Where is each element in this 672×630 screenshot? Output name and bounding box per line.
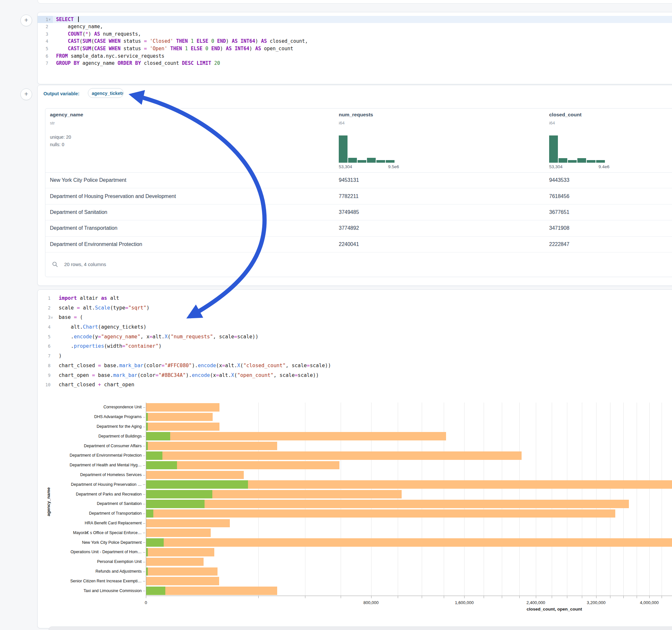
line-number: 8	[38, 361, 53, 371]
line-number: 6	[38, 52, 53, 60]
line-number: 7	[38, 59, 53, 67]
table-cell: 2222847	[549, 241, 569, 247]
line-number: 4	[38, 38, 53, 45]
code-line[interactable]: .encode(y="agency_name", x=alt.X("num_re…	[59, 332, 672, 342]
add-cell-button-output[interactable]: +	[20, 89, 32, 100]
histogram-range: 53,3049.4e6	[549, 164, 609, 169]
sql-cell[interactable]: 1∨234567 SELECT agency_name, COUNT(*) AS…	[37, 12, 672, 84]
collapse-chevron-icon[interactable]: ∨	[49, 16, 51, 23]
table-row[interactable]: New York City Police Department945313194…	[45, 172, 672, 188]
line-number: 2	[38, 303, 53, 313]
sql-code-editor[interactable]: SELECT agency_name, COUNT(*) AS num_requ…	[56, 16, 672, 67]
column-histogram	[549, 136, 605, 163]
code-line[interactable]: import altair as alt	[59, 294, 672, 303]
code-line[interactable]: alt.Chart(agency_tickets)	[59, 322, 672, 332]
code-line[interactable]: GROUP BY agency_name ORDER BY closed_cou…	[56, 59, 672, 67]
table-cell: 3677651	[549, 209, 569, 215]
table-row[interactable]: Department of Housing Preservation and D…	[45, 188, 672, 204]
table-row[interactable]: Department of Transportation377489234719…	[45, 220, 672, 236]
table-footer: 20 rows, 4 columns	[45, 252, 672, 276]
column-stats: unique: 20nulls: 0	[50, 134, 71, 148]
table-cell: 9443533	[549, 177, 569, 183]
code-line[interactable]: )	[59, 351, 672, 361]
table-cell: 3471908	[549, 225, 569, 231]
text-cursor	[78, 17, 79, 22]
table-row[interactable]: Department of Environmental Protection22…	[45, 237, 672, 252]
column-name: num_requests	[339, 112, 373, 118]
line-number: 9	[38, 371, 53, 381]
table-cell: New York City Police Department	[50, 177, 126, 183]
table-cell: Department of Environmental Protection	[50, 241, 142, 247]
python-code-editor[interactable]: import altair as altscale = alt.Scale(ty…	[59, 294, 672, 390]
python-line-numbers: 123∨45678910	[38, 294, 53, 390]
output-variable-name: agency_tickets	[92, 91, 123, 96]
collapse-chevron-icon[interactable]: ∨	[51, 313, 53, 322]
table-cell: Department of Transportation	[50, 225, 117, 231]
code-line[interactable]: COUNT(*) AS num_requests,	[56, 30, 672, 38]
column-header-num_requests[interactable]: num_requestsi6453,3049.5e6	[339, 108, 533, 172]
table-cell: 7782211	[339, 193, 359, 199]
code-line[interactable]: SELECT	[56, 16, 672, 23]
code-line[interactable]: CAST(SUM(CASE WHEN status = 'Open' THEN …	[56, 45, 672, 52]
table-cell: Department of Housing Preservation and D…	[50, 193, 176, 199]
table-cell: 7618456	[549, 193, 569, 199]
output-variable-label: Output variable:	[44, 91, 79, 96]
column-histogram	[339, 136, 394, 163]
code-line[interactable]: chart_open = base.mark_bar(color="#8BC34…	[59, 371, 672, 381]
table-body: New York City Police Department945313194…	[45, 172, 672, 252]
column-name: closed_count	[549, 112, 581, 118]
previous-cell-edge	[38, 0, 672, 4]
column-name: agency_name	[50, 112, 83, 118]
table-header: agency_namestrunique: 20nulls: 0num_requ…	[45, 108, 672, 173]
column-type: i64	[339, 121, 344, 125]
line-number: 5	[38, 332, 53, 342]
table-row-count: 20 rows, 4 columns	[64, 252, 106, 276]
table-row[interactable]: Department of Sanitation37494853677651	[45, 204, 672, 220]
table-cell: 2240041	[339, 241, 359, 247]
line-number: 2	[38, 23, 53, 30]
table-cell: 3774892	[339, 225, 359, 231]
line-number: 5	[38, 45, 53, 52]
code-line[interactable]: agency_name,	[56, 23, 672, 30]
line-number: 1∨	[38, 16, 53, 23]
add-cell-button-top[interactable]: +	[20, 15, 32, 26]
sql-output-card: Output variable: agency_tickets agency_n…	[37, 85, 672, 286]
line-number: 7	[38, 351, 53, 361]
line-number: 6	[38, 342, 53, 351]
column-header-closed_count[interactable]: closed_counti6453,3049.4e6	[549, 108, 672, 172]
code-line[interactable]: scale = alt.Scale(type="sqrt")	[59, 303, 672, 313]
line-number: 4	[38, 322, 53, 332]
column-type: str	[50, 121, 55, 125]
code-line[interactable]: base = (	[59, 313, 672, 322]
search-icon[interactable]	[52, 261, 58, 268]
table-cell: Department of Sanitation	[50, 209, 107, 215]
column-header-agency_name[interactable]: agency_namestrunique: 20nulls: 0	[50, 108, 244, 172]
sql-line-numbers: 1∨234567	[38, 16, 53, 67]
column-type: i64	[549, 121, 555, 125]
code-line[interactable]: FROM sample_data.nyc.service_requests	[56, 52, 672, 60]
notebook-page: + + 1∨234567 SELECT agency_name, COUNT(*…	[0, 0, 672, 630]
table-cell: 3749485	[339, 209, 359, 215]
line-number: 10	[38, 380, 53, 390]
output-variable-chip[interactable]: agency_tickets	[88, 88, 123, 98]
table-cell: 9453131	[339, 177, 359, 183]
code-line[interactable]: chart_closed + chart_open	[59, 380, 672, 390]
code-line[interactable]: CAST(SUM(CASE WHEN status = 'Closed' THE…	[56, 38, 672, 45]
code-line[interactable]: .properties(width="container")	[59, 342, 672, 351]
line-number: 3	[38, 30, 53, 38]
histogram-range: 53,3049.5e6	[339, 164, 399, 169]
line-number: 1	[38, 294, 53, 303]
line-number: 3∨	[38, 313, 53, 322]
code-line[interactable]: chart_closed = base.mark_bar(color="#FFC…	[59, 361, 672, 371]
python-cell[interactable]: 123∨45678910 import altair as altscale =…	[37, 289, 672, 628]
next-cell-edge	[49, 626, 672, 630]
result-table: agency_namestrunique: 20nulls: 0num_requ…	[45, 108, 672, 277]
